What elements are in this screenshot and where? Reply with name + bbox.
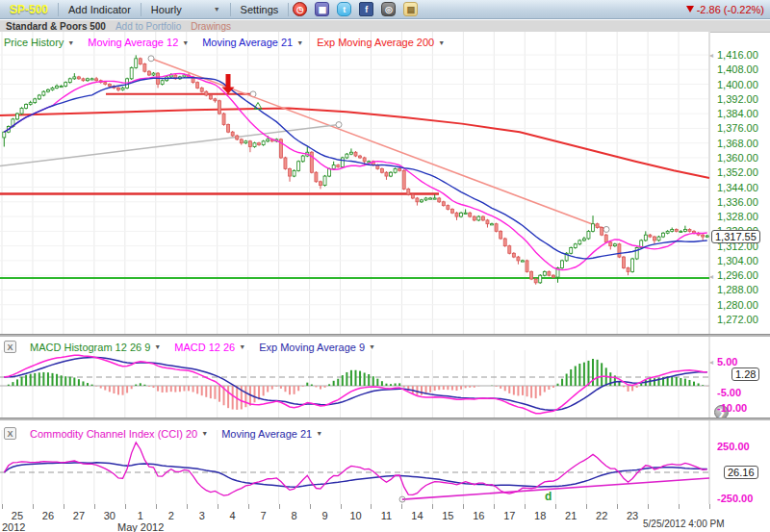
price-tick-label: 1,392.00 bbox=[717, 93, 758, 105]
price-tick-label: 1,328.00 bbox=[717, 211, 758, 222]
date-tick bbox=[432, 504, 433, 509]
legend-ema200[interactable]: Exp Moving Average 200▼ bbox=[317, 37, 445, 48]
add-to-portfolio-link[interactable]: Add to Portfolio bbox=[116, 21, 181, 32]
alarm-icon[interactable]: ◷ bbox=[293, 2, 307, 16]
close-icon[interactable]: X bbox=[4, 427, 16, 440]
legend-macd[interactable]: MACD 12 26▼ bbox=[174, 342, 245, 353]
date-label: 7 bbox=[249, 510, 278, 521]
date-label: 26 bbox=[34, 510, 63, 521]
macd-tick-label: 5.00 bbox=[717, 356, 737, 367]
date-label: 3 bbox=[188, 510, 217, 521]
settings-button[interactable]: Settings bbox=[231, 0, 289, 19]
date-label: 15 bbox=[433, 510, 462, 521]
change-text: -2.86 (-0.22%) bbox=[697, 4, 764, 15]
price-tick-label: 1,416.00 bbox=[717, 49, 758, 61]
date-tick bbox=[341, 504, 342, 509]
timeframe-select[interactable]: Hourly ▼ bbox=[141, 0, 230, 19]
legend-label: Moving Average 21 bbox=[221, 428, 312, 440]
chevron-down-icon: ▼ bbox=[201, 430, 208, 437]
price-chart-canvas[interactable] bbox=[0, 32, 710, 334]
cci-tick-label: -250.00 bbox=[717, 493, 753, 504]
legend-macd-signal[interactable]: Exp Moving Average 9▼ bbox=[259, 342, 375, 353]
date-tick bbox=[709, 504, 710, 509]
symbol-full-name: Standard & Poors 500 bbox=[6, 21, 106, 32]
camera-icon[interactable]: ◎ bbox=[381, 2, 396, 16]
macd-tick-label: -5.00 bbox=[717, 387, 741, 398]
legend-cci[interactable]: Commodity Channel Index (CCI) 20▼ bbox=[30, 428, 208, 440]
legend-cci-ma[interactable]: Moving Average 21▼ bbox=[221, 428, 322, 440]
date-label: 30 bbox=[95, 510, 124, 521]
twitter-icon[interactable]: t bbox=[337, 2, 351, 16]
film-icon[interactable]: ▦ bbox=[315, 2, 329, 16]
date-label: 22 bbox=[587, 510, 616, 521]
date-label: 18 bbox=[526, 510, 554, 521]
chevron-down-icon: ▼ bbox=[182, 39, 189, 46]
date-tick bbox=[248, 504, 249, 509]
cci-legend: X Commodity Channel Index (CCI) 20▼ Movi… bbox=[4, 427, 322, 440]
date-tick bbox=[371, 504, 372, 509]
price-tick-label: 1,368.00 bbox=[717, 138, 758, 149]
legend-ma12[interactable]: Moving Average 12▼ bbox=[88, 37, 189, 48]
month-label: May 2012 bbox=[117, 521, 164, 532]
date-label: 11 bbox=[372, 510, 400, 521]
legend-ma21[interactable]: Moving Average 21▼ bbox=[202, 37, 303, 48]
price-tick-label: 1,384.00 bbox=[717, 108, 758, 119]
symbol-label[interactable]: SP-500 bbox=[0, 0, 58, 19]
date-label: 21 bbox=[556, 510, 585, 521]
macd-legend: X MACD Histogram 12 26 9▼ MACD 12 26▼ Ex… bbox=[4, 341, 375, 353]
price-tick-label: 1,280.00 bbox=[717, 299, 758, 311]
drawing-handle bbox=[603, 226, 609, 232]
date-label: 14 bbox=[402, 510, 431, 521]
macd-tick-label: -10.00 bbox=[717, 402, 747, 414]
legend-label: Moving Average 21 bbox=[202, 37, 293, 48]
date-tick bbox=[463, 504, 464, 509]
price-tick-label: 1,304.00 bbox=[717, 255, 758, 266]
date-tick bbox=[33, 504, 34, 509]
legend-label: MACD Histogram 12 26 9 bbox=[30, 342, 150, 353]
price-tick-label: 1,344.00 bbox=[717, 182, 758, 193]
add-indicator-button[interactable]: Add Indicator bbox=[59, 0, 141, 19]
date-label: 2 bbox=[157, 510, 186, 521]
legend-label: Price History bbox=[4, 37, 64, 48]
price-tick-label: 1,288.00 bbox=[717, 284, 758, 295]
price-tick-label: 1,376.00 bbox=[717, 122, 758, 134]
toolbar-separator bbox=[288, 3, 289, 16]
date-tick bbox=[94, 504, 95, 509]
candles bbox=[3, 55, 708, 284]
price-tick-label: 1,296.00 bbox=[717, 269, 758, 281]
date-tick bbox=[648, 504, 649, 509]
cci-value-badge: 26.16 bbox=[724, 466, 758, 479]
drawing-handle bbox=[336, 122, 342, 128]
top-toolbar: SP-500 Add Indicator Hourly ▼ Settings ◷… bbox=[0, 0, 770, 19]
date-label: 8 bbox=[280, 510, 309, 521]
drawings-link[interactable]: Drawings bbox=[191, 21, 231, 32]
cci-line bbox=[4, 443, 706, 495]
chevron-down-icon: ▼ bbox=[296, 39, 303, 46]
axis-marker-icon: ◂ bbox=[709, 272, 713, 281]
drawing-handle bbox=[148, 56, 154, 62]
date-tick bbox=[494, 504, 495, 509]
price-tick-label: 1,360.00 bbox=[717, 152, 758, 164]
close-icon[interactable]: X bbox=[4, 341, 16, 353]
notes-icon[interactable]: ▤ bbox=[403, 2, 418, 16]
date-label: 27 bbox=[64, 510, 93, 521]
date-tick bbox=[401, 504, 402, 509]
legend-macd-histogram[interactable]: MACD Histogram 12 26 9▼ bbox=[30, 342, 161, 353]
add-indicator-label: Add Indicator bbox=[68, 4, 131, 15]
date-tick bbox=[187, 504, 188, 509]
facebook-icon[interactable]: f bbox=[359, 2, 373, 16]
price-change-indicator: -2.86 (-0.22%) bbox=[686, 4, 770, 15]
date-tick bbox=[310, 504, 311, 509]
axis-marker-icon: ◂ bbox=[709, 51, 713, 60]
date-tick bbox=[218, 504, 218, 509]
chevron-down-icon: ▼ bbox=[67, 39, 74, 46]
legend-label: Exp Moving Average 9 bbox=[259, 342, 365, 353]
toolbar-icon-group: ◷ ▦ t f ◎ ▤ bbox=[293, 2, 418, 16]
date-label: 9 bbox=[311, 510, 340, 521]
date-tick bbox=[279, 504, 280, 509]
legend-price-history[interactable]: Price History▼ bbox=[4, 37, 74, 48]
price-tick-label: 1,408.00 bbox=[717, 63, 758, 75]
date-tick bbox=[586, 504, 587, 509]
date-tick bbox=[156, 504, 157, 509]
cci-tick-label: 250.00 bbox=[717, 441, 750, 452]
